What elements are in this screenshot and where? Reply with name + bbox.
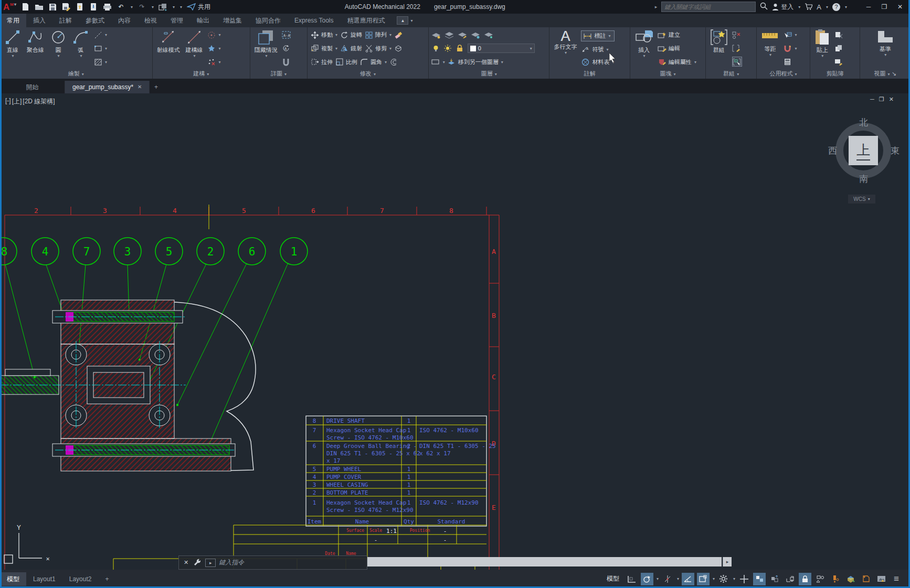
viewcube-west[interactable]: 西 bbox=[828, 145, 837, 157]
workspace-caret-icon[interactable]: ▾ bbox=[173, 5, 175, 9]
offset-button[interactable] bbox=[389, 58, 398, 67]
polar-tracking-button[interactable] bbox=[661, 573, 674, 585]
rotate-button[interactable]: 旋轉 bbox=[340, 30, 362, 39]
construction-line-button[interactable]: ▾ bbox=[93, 30, 107, 39]
center-mark-button[interactable]: ▾ bbox=[207, 30, 221, 39]
base-view-button[interactable]: 基準▾ bbox=[874, 28, 896, 69]
redo-button[interactable]: ↷ bbox=[137, 3, 146, 12]
paste-button[interactable]: 貼上▾ bbox=[813, 28, 832, 69]
copy-clip-button[interactable] bbox=[834, 44, 843, 53]
add-layout-button[interactable]: + bbox=[98, 572, 115, 586]
panel-label-modify[interactable]: 修改 ▾ bbox=[308, 70, 428, 79]
ungroup-button[interactable] bbox=[732, 30, 741, 39]
autocad-logo-icon[interactable]: AM▾ bbox=[3, 3, 16, 12]
group-edit-button[interactable] bbox=[732, 44, 741, 52]
panel-label-layers[interactable]: 圖層 ▾ bbox=[429, 70, 549, 79]
open-file-button[interactable] bbox=[35, 3, 44, 12]
ribbon-tab-home[interactable]: 常用 bbox=[0, 14, 26, 27]
scale-button[interactable]: 比例 bbox=[335, 58, 357, 67]
viewport-style-button[interactable]: [2D 線架構] bbox=[23, 97, 55, 106]
command-customize-button[interactable] bbox=[193, 558, 200, 568]
line-button[interactable]: 直線▾ bbox=[3, 28, 23, 69]
viewcube-top-face[interactable]: 上 bbox=[849, 136, 878, 165]
doc-close-button[interactable]: ✕ bbox=[889, 96, 894, 103]
move-button[interactable]: 移動▾ bbox=[310, 30, 337, 39]
workspace-switch-button[interactable] bbox=[158, 3, 167, 12]
viewcube-north[interactable]: 北 bbox=[859, 116, 868, 129]
detail-clip-button[interactable] bbox=[282, 58, 291, 67]
annotation-visibility-button[interactable] bbox=[784, 573, 796, 585]
layer-freeze-button[interactable] bbox=[471, 30, 480, 39]
section-view-button[interactable]: A-A bbox=[282, 30, 291, 39]
grid-display-button[interactable] bbox=[626, 573, 638, 585]
clean-screen-button[interactable] bbox=[875, 573, 887, 585]
panel-label-construct[interactable]: 建構 ▾ bbox=[153, 70, 250, 79]
ribbon-tab-manage[interactable]: 管理 bbox=[164, 14, 190, 27]
ortho-mode-button[interactable] bbox=[682, 573, 694, 585]
hide-situation-button[interactable]: 隱藏情況▾ bbox=[253, 28, 279, 69]
construction-line-mode-button[interactable]: 建構線▾ bbox=[184, 28, 205, 69]
doc-restore-button[interactable]: ❐ bbox=[879, 96, 884, 103]
ray-mode-button[interactable]: 射線模式 bbox=[155, 28, 182, 69]
search-input[interactable] bbox=[661, 2, 756, 12]
copy-base-button[interactable] bbox=[834, 58, 843, 67]
autodesk-app-caret-icon[interactable]: ▾ bbox=[826, 5, 828, 9]
viewport-view-button[interactable]: [上] bbox=[12, 97, 22, 106]
command-close-button[interactable]: ✕ bbox=[184, 559, 188, 566]
panel-label-draw[interactable]: 繪製 ▾ bbox=[0, 70, 152, 79]
new-drawing-tab-button[interactable]: + bbox=[150, 81, 162, 93]
isolate-objects-button[interactable] bbox=[814, 573, 827, 585]
edit-block-button[interactable]: 編輯 bbox=[658, 44, 696, 53]
signin-button[interactable]: 登入 bbox=[772, 3, 793, 12]
share-button[interactable]: 共用 bbox=[187, 3, 210, 12]
calculator-button[interactable] bbox=[783, 58, 792, 67]
settings-gear-button[interactable] bbox=[717, 573, 730, 585]
panel-label-detail[interactable]: 詳圖 ▾ bbox=[250, 70, 307, 79]
graphics-performance-button[interactable] bbox=[844, 573, 857, 585]
panel-label-groups[interactable]: 群組 ▾ bbox=[706, 70, 757, 79]
viewcube-east[interactable]: 東 bbox=[891, 145, 900, 157]
save-to-web-button[interactable] bbox=[89, 3, 98, 12]
snap-caret-icon[interactable]: ▾ bbox=[657, 576, 659, 581]
ribbon-tab-express-tools[interactable]: Express Tools bbox=[288, 14, 340, 27]
rectangle-button[interactable]: ▾ bbox=[93, 44, 107, 53]
signin-caret-icon[interactable]: ▾ bbox=[798, 5, 800, 9]
panel-label-annotate[interactable]: 註解 bbox=[549, 70, 630, 79]
wcs-dropdown[interactable]: WCS▾ bbox=[848, 195, 875, 204]
file-tab-start[interactable]: 開始 bbox=[0, 81, 65, 93]
ribbon-display-toggle[interactable]: ▲▾ bbox=[397, 14, 412, 27]
measure-button[interactable]: 等距▾ bbox=[759, 28, 780, 69]
edit-attributes-button[interactable]: 編輯屬性▾ bbox=[658, 58, 696, 67]
cut-button[interactable] bbox=[834, 30, 843, 39]
save-as-button[interactable] bbox=[62, 3, 71, 12]
trusted-dwg-button[interactable] bbox=[860, 573, 872, 585]
explode-button[interactable] bbox=[394, 44, 403, 53]
crosshair-button[interactable] bbox=[738, 573, 750, 585]
create-block-button[interactable]: 建立 bbox=[658, 30, 696, 39]
model-tab[interactable]: 模型 bbox=[0, 572, 26, 586]
ribbon-tab-output[interactable]: 輸出 bbox=[190, 14, 216, 27]
file-tab-document[interactable]: gear_pump_subassy* ✕ bbox=[65, 81, 150, 93]
annotation-scale-button[interactable] bbox=[768, 573, 781, 585]
layer-lock-icon[interactable] bbox=[456, 44, 464, 53]
stretch-button[interactable]: 拉伸 bbox=[310, 58, 333, 67]
hardware-accel-button[interactable] bbox=[753, 573, 766, 585]
drawing-canvas[interactable]: 2 3 4 5 6 7 8 A B C D E bbox=[0, 93, 910, 570]
hatch-button[interactable]: ▾ bbox=[93, 58, 107, 67]
viewport-controls[interactable]: [-] [上] [2D 線架構] bbox=[5, 97, 55, 106]
quick-select-button[interactable]: ▾ bbox=[783, 30, 797, 39]
doc-minimize-button[interactable]: ─ bbox=[870, 96, 874, 103]
window-close-button[interactable]: ✕ bbox=[894, 3, 906, 10]
erase-construction-button[interactable]: ▾ bbox=[207, 58, 221, 67]
command-input[interactable]: ▸ 鍵入指令 bbox=[205, 558, 362, 567]
lock-ui-button[interactable] bbox=[799, 573, 811, 585]
layout2-tab[interactable]: Layout2 bbox=[62, 572, 99, 586]
model-paper-toggle[interactable]: 模型 bbox=[603, 573, 623, 585]
mtext-button[interactable]: A A 多行文字▾ bbox=[552, 28, 578, 69]
panel-label-views[interactable]: 視圖 ▾ ↘ bbox=[860, 70, 910, 79]
scrollbar-right-arrow[interactable]: ▸ bbox=[723, 557, 732, 566]
array-button[interactable]: 陣列▾ bbox=[364, 30, 391, 39]
dimension-button[interactable]: 標註▾ bbox=[581, 30, 614, 41]
group-button[interactable]: 群組 bbox=[708, 28, 729, 69]
annotation-monitor-button[interactable] bbox=[829, 573, 842, 585]
